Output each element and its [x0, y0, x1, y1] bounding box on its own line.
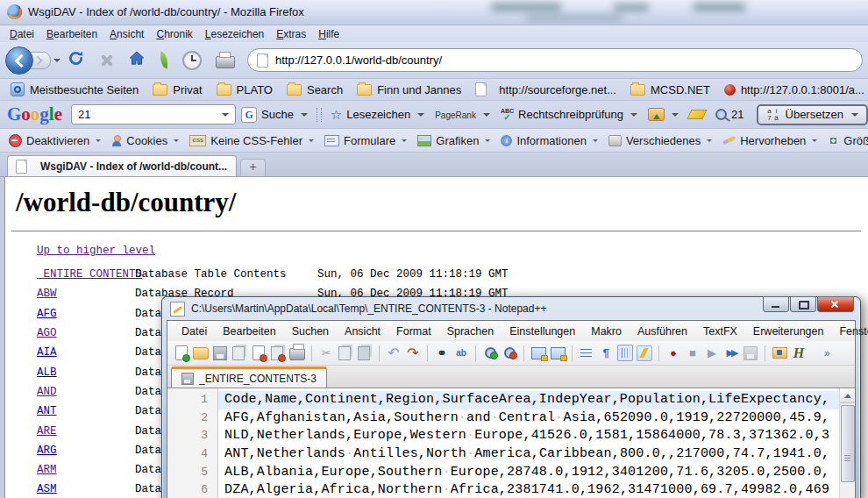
entry-link[interactable]: AND — [37, 386, 135, 398]
minimize-button[interactable] — [763, 296, 789, 312]
bookmark-sourceforge[interactable]: http://sourceforge.net... — [468, 81, 623, 98]
sync-horizontal-button[interactable] — [550, 345, 566, 361]
menu-datei[interactable]: Datei — [4, 27, 40, 41]
clock-icon[interactable] — [182, 51, 202, 70]
editor-scrollbar[interactable] — [839, 388, 855, 498]
entry-link[interactable]: _ENTIRE_CONTENTS — [37, 268, 135, 281]
webdev-hervorheben[interactable]: Hervorheben — [717, 132, 822, 149]
menu-hilfe[interactable]: Hilfe — [312, 27, 345, 41]
np-menu-fenster[interactable]: Fenster — [832, 324, 868, 339]
translate-button[interactable]: aí7äÜbersetzen — [757, 104, 868, 125]
menu-ansicht[interactable]: Ansicht — [103, 27, 150, 41]
show-all-characters-button[interactable]: ¶ — [598, 345, 614, 361]
editor-line[interactable]: ANT,Netherlands·Antilles,North·America,C… — [218, 445, 840, 464]
webdev-css[interactable]: CSSKeine CSS-Fehler — [184, 132, 319, 149]
word-find-button[interactable]: 21 — [710, 106, 749, 123]
back-button[interactable] — [5, 46, 33, 75]
np-tab-entire-contents[interactable]: _ENTIRE_CONTENTS-3 — [171, 366, 327, 388]
np-menu-ansicht[interactable]: Ansicht — [338, 324, 388, 339]
macro-save-button[interactable] — [743, 345, 758, 361]
np-menu-erweiterungen[interactable]: Erweiterungen — [746, 324, 831, 339]
print-button[interactable] — [216, 56, 235, 68]
np-menu-makro[interactable]: Makro — [584, 324, 629, 339]
bookmark-search[interactable]: Search — [280, 82, 350, 98]
editor-line[interactable]: Code,Name,Continent,Region,SurfaceArea,I… — [218, 391, 840, 409]
pagerank-widget[interactable]: PageRank — [430, 106, 495, 123]
home-button[interactable] — [128, 50, 146, 70]
entry-link[interactable]: ALB — [37, 366, 135, 379]
np-menu-bearbeiten[interactable]: Bearbeiten — [216, 324, 282, 339]
firefox-titlebar[interactable]: WsgiDAV - Index of /world-db/country/ - … — [0, 0, 868, 25]
np-menu-suchen[interactable]: Suchen — [285, 324, 336, 339]
html-preview-button[interactable]: H — [791, 345, 807, 361]
google-bookmarks-button[interactable]: ☆Lesezeichen — [325, 105, 430, 125]
np-menu-textfx[interactable]: TextFX — [696, 324, 744, 339]
entry-link[interactable]: ARE — [37, 425, 135, 438]
webdev-groesse[interactable]: Größe — [822, 132, 868, 149]
reload-button[interactable] — [68, 50, 84, 70]
redo-button[interactable]: ↷ — [405, 345, 421, 361]
stop-button[interactable] — [98, 53, 114, 68]
toolbar-overflow-chevron[interactable]: » — [824, 347, 830, 359]
entry-link[interactable]: ANT — [37, 405, 135, 417]
entry-link[interactable]: AFG — [37, 308, 135, 320]
new-tab-button[interactable]: + — [240, 159, 266, 176]
copy-button[interactable] — [338, 345, 353, 361]
entry-link[interactable]: AIA — [37, 346, 135, 359]
function-completion-button[interactable] — [637, 345, 652, 361]
bookmark-finn-und-jannes[interactable]: Finn und Jannes — [350, 82, 468, 98]
highlighter-button[interactable] — [684, 108, 710, 121]
entry-link[interactable]: ABW — [37, 288, 135, 300]
notepadpp-titlebar[interactable]: C:\Users\Martin\AppData\Local\Temp\_ENTI… — [167, 297, 856, 320]
menu-extras[interactable]: Extras — [270, 27, 312, 41]
open-file-button[interactable] — [193, 345, 209, 361]
macro-run-multiple-button[interactable]: ▶▶ — [723, 345, 739, 361]
word-wrap-button[interactable] — [579, 345, 594, 361]
webdev-informationen[interactable]: iInformationen — [495, 132, 603, 149]
find-button[interactable]: ⚭ — [434, 345, 450, 361]
up-link[interactable]: Up to higher level — [37, 245, 155, 257]
google-search-button[interactable]: GSuche — [236, 105, 313, 125]
macro-record-button[interactable]: ● — [665, 345, 681, 361]
menu-chronik[interactable]: Chronik — [150, 27, 198, 41]
save-button[interactable] — [212, 345, 228, 361]
sage-leaf-icon[interactable] — [159, 51, 170, 68]
macro-play-button[interactable]: ▶ — [704, 345, 720, 361]
url-text[interactable]: http://127.0.0.1/world-db/country/ — [275, 53, 442, 67]
webdev-grafiken[interactable]: Grafiken — [412, 132, 495, 149]
close-button[interactable] — [817, 296, 854, 312]
spellcheck-button[interactable]: ABC✓Rechtschreibprüfung — [495, 106, 643, 123]
maximize-button[interactable] — [790, 296, 816, 312]
np-menu-ausfuehren[interactable]: Ausführen — [630, 324, 694, 339]
menu-bearbeiten[interactable]: Bearbeiten — [40, 27, 103, 41]
bookmark-localhost-8001[interactable]: http://127.0.0.1:8001/a... — [717, 82, 868, 98]
cut-button[interactable]: ✂ — [318, 345, 334, 361]
print-button[interactable] — [289, 345, 305, 361]
np-menu-datei[interactable]: Datei — [174, 324, 214, 339]
webdev-verschiedenes[interactable]: Verschiedenes — [603, 132, 717, 149]
scrollbar-thumb[interactable] — [841, 405, 855, 482]
url-bar[interactable]: http://127.0.0.1/world-db/country/ — [247, 48, 863, 72]
indent-guide-button[interactable] — [617, 345, 633, 361]
zoom-in-button[interactable] — [482, 345, 498, 361]
close-all-button[interactable] — [270, 345, 286, 361]
macro-stop-button[interactable]: ■ — [685, 345, 701, 361]
np-menu-sprachen[interactable]: Sprachen — [440, 324, 502, 339]
entry-link[interactable]: AGO — [37, 327, 135, 339]
scroll-up-arrow[interactable] — [840, 388, 855, 403]
entry-link[interactable]: ARG — [37, 445, 135, 457]
editor-text-area[interactable]: Code,Name,Continent,Region,SurfaceArea,I… — [218, 388, 840, 498]
new-file-button[interactable] — [174, 345, 189, 361]
webdev-formulare[interactable]: Formulare — [319, 132, 412, 149]
notepadpp-editor[interactable]: 1 2 3 4 5 6 Code,Name,Continent,Region,S… — [167, 388, 855, 498]
history-dropdown-icon[interactable] — [53, 59, 60, 66]
tab-wsgidav[interactable]: WsgiDAV - Index of /world-db/count... — [7, 155, 237, 176]
sync-vertical-button[interactable] — [530, 345, 546, 361]
bookmark-plato[interactable]: PLATO — [210, 82, 280, 98]
webdev-cookies[interactable]: Cookies — [106, 132, 184, 149]
replace-button[interactable]: ab — [453, 345, 469, 361]
google-search-input[interactable]: 21 — [71, 104, 236, 125]
bookmark-privat[interactable]: Privat — [146, 82, 209, 98]
webdev-deaktivieren[interactable]: Deaktivieren — [4, 132, 106, 149]
entry-link[interactable]: ARM — [37, 464, 135, 476]
